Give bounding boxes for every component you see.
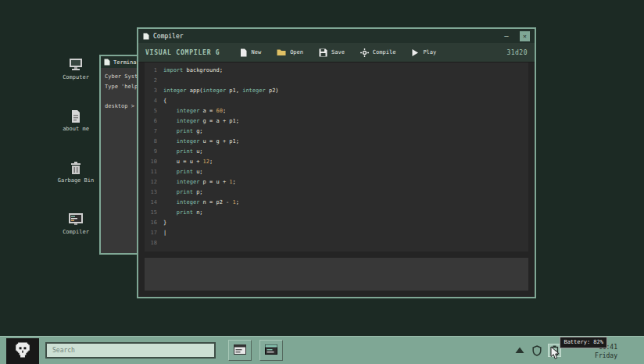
save-icon [319,48,327,57]
new-button[interactable]: New [234,46,267,59]
line-number: 2 [145,76,157,86]
compiler-status: 31d20 [506,49,528,56]
line-number: 16 [145,218,157,228]
taskbar [0,336,644,364]
desktop-icon-computer[interactable]: Computer [63,58,89,80]
code-line[interactable]: 4{ [145,96,528,106]
compiler-titlebar[interactable]: Compiler — ✕ [138,29,535,43]
document-icon [70,109,82,123]
search-input[interactable] [47,344,214,357]
close-button[interactable]: ✕ [520,31,530,41]
save-button[interactable]: Save [313,46,351,59]
terminal-window-icon [234,344,246,357]
code-text: integer g = a + p1; [163,116,239,127]
toolbar-button-label: New [251,49,261,55]
code-text: integer app(integer p1, integer p2) [163,86,279,96]
line-number: 8 [145,137,157,147]
compile-button[interactable]: Compile [354,46,402,59]
code-line[interactable]: 8 integer u = g + p1; [145,137,528,147]
code-line[interactable]: 7 print g; [145,127,528,137]
line-number: 14 [145,198,157,208]
code-editor[interactable]: 1import background;23integer app(integer… [145,62,528,252]
line-number: 5 [145,106,157,116]
line-number: 17 [145,228,157,238]
desktop-icon-label: Garbage Bin [58,177,94,184]
desktop-icon-about-me[interactable]: about me [63,109,89,132]
code-text: integer p = u + 1; [163,177,236,187]
taskbar-button-terminal[interactable] [228,340,252,361]
code-line[interactable]: 15 print n; [145,208,528,218]
terminal-title: Terminal [113,59,140,66]
line-number: 1 [145,66,157,76]
compiler-title-icon [143,33,149,40]
line-number: 11 [145,167,157,177]
line-number: 12 [145,177,157,187]
code-text: print p; [163,187,203,198]
minimize-button[interactable]: — [501,31,512,41]
shield-icon[interactable] [532,345,542,356]
open-folder-icon [277,48,286,56]
desktop-icon-label: Computer [63,74,89,80]
compiler-toolbar: VISUAL COMPILER G NewOpenSaveCompilePlay… [138,43,535,62]
line-number: 4 [145,96,157,106]
compiler-toolbar-buttons: NewOpenSaveCompilePlay [234,46,442,59]
code-text: integer a = 60; [163,106,226,116]
compiler-window-icon [265,344,277,357]
toolbar-button-label: Open [290,49,303,55]
code-line[interactable]: 12 integer p = u + 1; [145,177,528,187]
toolbar-button-label: Save [331,49,345,55]
search-box[interactable] [45,342,216,359]
desktop-icon-label: about me [63,126,89,132]
code-line[interactable]: 16} [145,218,528,228]
code-line[interactable]: 6 integer g = a + p1; [145,116,528,127]
taskbar-button-compiler[interactable] [259,340,283,361]
computer-icon [68,58,84,72]
code-line[interactable]: 11 print u; [145,167,528,177]
desktop-icon-compiler[interactable]: Compiler [63,212,89,235]
new-file-icon [240,48,247,57]
skull-icon [13,341,32,361]
code-text: | [163,228,166,238]
code-line[interactable]: 2 [145,76,528,86]
start-button[interactable] [6,338,39,364]
compiler-brand: VISUAL COMPILER G [145,49,220,56]
eject-icon[interactable] [514,346,525,355]
terminal-title-icon [104,59,110,66]
code-text: u = u + 12; [163,157,213,167]
line-number: 18 [145,238,157,248]
code-line[interactable]: 13 print p; [145,187,528,198]
compiler-title: Compiler [153,33,184,40]
code-line[interactable]: 18 [145,238,528,248]
code-text: integer n = p2 - 1; [163,198,239,208]
code-text: print n; [163,208,203,218]
desktop-icon-garbage-bin[interactable]: Garbage Bin [58,161,94,184]
toolbar-button-label: Play [423,49,436,55]
desktop-icons: Computerabout meGarbage BinCompiler [55,58,97,235]
open-button[interactable]: Open [270,46,309,59]
code-text: integer u = g + p1; [163,137,239,147]
code-line[interactable]: 10 u = u + 12; [145,157,528,167]
line-number: 15 [145,208,157,218]
code-line[interactable]: 5 integer a = 60; [145,106,528,116]
code-line[interactable]: 3integer app(integer p1, integer p2) [145,86,528,96]
desktop-icon-label: Compiler [63,229,89,235]
taskbar-window-buttons [228,340,283,361]
play-button[interactable]: Play [405,46,442,59]
battery-tooltip: Battery: 82% [560,337,607,348]
compile-icon [360,48,369,57]
clock-day: Friday [595,352,617,360]
trash-icon [70,161,82,175]
code-text: print g; [163,127,203,137]
line-number: 7 [145,127,157,137]
compiler-window[interactable]: Compiler — ✕ VISUAL COMPILER G NewOpenSa… [137,27,536,298]
code-line[interactable]: 9 print u; [145,147,528,157]
code-text: } [163,218,166,228]
code-text: import background; [163,66,223,76]
line-number: 10 [145,157,157,167]
code-line[interactable]: 1import background; [145,66,528,76]
code-text: { [163,96,166,106]
code-line[interactable]: 14 integer n = p2 - 1; [145,198,528,208]
mouse-cursor [550,346,560,363]
code-line[interactable]: 17| [145,228,528,238]
line-number: 9 [145,147,157,157]
